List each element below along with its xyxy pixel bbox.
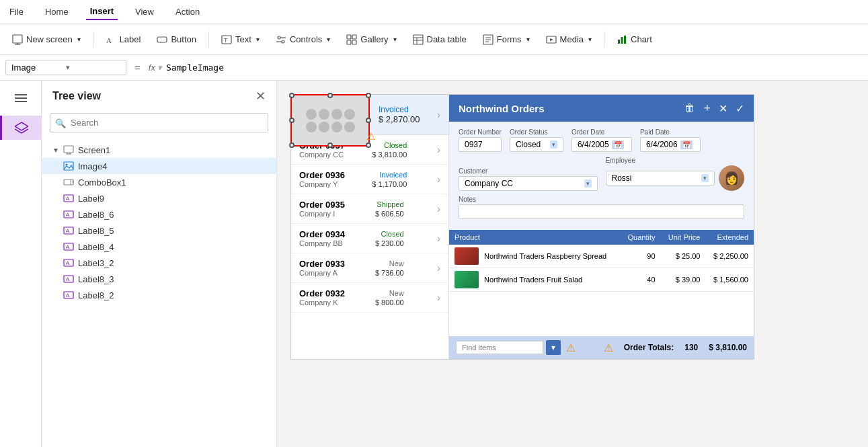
employee-avatar: 👩 — [719, 165, 744, 191]
order-chevron: › — [437, 262, 440, 274]
label-button[interactable]: A Label — [99, 31, 148, 48]
tree-item-label: Label3_2 — [78, 258, 114, 268]
chart-button[interactable]: Chart — [610, 31, 659, 48]
product-img-fruit — [455, 271, 479, 288]
notes-input[interactable] — [459, 204, 744, 219]
order-amount: $ 606.50 — [375, 210, 404, 218]
checker-circle — [319, 122, 329, 132]
detail-add-button[interactable]: + — [703, 101, 711, 116]
handle-mr[interactable] — [366, 118, 371, 123]
field-order-number: Order Number 0937 — [459, 128, 502, 152]
order-date-input[interactable]: 6/4/2005 📅 — [571, 137, 632, 152]
svg-rect-26 — [621, 37, 623, 44]
handle-ml[interactable] — [289, 118, 294, 123]
tree-item-label8-2[interactable]: A Label8_2 — [42, 287, 276, 303]
label-tree-icon: A — [63, 257, 74, 268]
field-notes: Notes — [459, 196, 744, 219]
tree-item-label9[interactable]: A Label9 — [42, 190, 276, 206]
menu-view[interactable]: View — [131, 4, 158, 19]
order-num: Order 0934 — [299, 229, 345, 239]
tree-item-label: Screen1 — [78, 145, 110, 155]
find-items-input[interactable] — [456, 341, 543, 354]
menu-action[interactable]: Action — [171, 4, 204, 19]
field-employee: Employee Rossi ▾ 👩 — [606, 157, 745, 191]
toolbar-divider-3 — [604, 32, 604, 48]
forms-button[interactable]: Forms ▾ — [476, 31, 537, 48]
order-row-0935[interactable]: Order 0935Company I Shipped $ 606.50 › — [291, 194, 448, 224]
tree-search-input[interactable] — [50, 113, 268, 132]
media-icon — [546, 34, 557, 45]
media-button[interactable]: Media ▾ — [539, 31, 598, 48]
checker-circle — [331, 109, 342, 120]
paid-date-label: Paid Date — [640, 128, 701, 136]
handle-bm[interactable] — [327, 143, 333, 148]
employee-dropdown[interactable]: Rossi ▾ — [606, 171, 715, 186]
label-icon: A — [106, 34, 116, 45]
employee-row: Rossi ▾ 👩 — [606, 165, 745, 191]
tree-item-screen1[interactable]: ▼ Screen1 — [42, 142, 276, 158]
image4-selected[interactable] — [290, 94, 370, 147]
tree-close-button[interactable]: ✕ — [255, 89, 266, 104]
label-tree-icon: A — [63, 225, 74, 236]
handle-bl[interactable] — [289, 143, 294, 148]
text-icon: T — [221, 34, 232, 45]
tree-item-combobox1[interactable]: ▾ ComboBox1 — [42, 174, 276, 190]
sidebar-menu-icon[interactable] — [9, 86, 33, 110]
formula-name-dropdown[interactable]: Image ▾ — [5, 60, 126, 75]
tree-item-label8-4[interactable]: A Label8_4 — [42, 239, 276, 255]
order-num: Order 0933 — [299, 259, 345, 269]
tree-item-label8-3[interactable]: A Label8_3 — [42, 271, 276, 287]
order-num: Order 0932 — [299, 288, 345, 298]
order-row-0933[interactable]: Order 0933Company A New $ 736.00 › — [291, 253, 448, 283]
handle-tl[interactable] — [289, 93, 294, 98]
product-row-0: Northwind Traders Raspberry Spread 90 $ … — [449, 245, 754, 268]
company-name: Company K — [299, 298, 345, 307]
paid-date-input[interactable]: 6/4/2006 📅 — [640, 137, 701, 152]
new-screen-button[interactable]: New screen ▾ — [5, 31, 87, 48]
detail-close-button[interactable]: ✕ — [719, 102, 727, 115]
button-button[interactable]: Button — [150, 31, 203, 48]
company-name: Company I — [299, 210, 345, 218]
gallery-button[interactable]: Gallery ▾ — [340, 31, 403, 48]
company-name: Company A — [299, 269, 345, 277]
toolbar-divider-1 — [93, 32, 93, 48]
detail-check-button[interactable]: ✓ — [736, 102, 744, 115]
order-status-dropdown[interactable]: Closed ▾ — [510, 137, 563, 152]
find-items-area: ▾ ⚠ — [456, 340, 576, 355]
order-chevron: › — [437, 292, 440, 304]
tree-item-label8-6[interactable]: A Label8_6 — [42, 206, 276, 222]
product-table: Product Quantity Unit Price Extended — [449, 230, 754, 292]
formula-name-chevron: ▾ — [66, 63, 120, 72]
checker-circle — [344, 109, 355, 120]
controls-button[interactable]: Controls ▾ — [269, 31, 337, 48]
tree-item-label8-5[interactable]: A Label8_5 — [42, 222, 276, 239]
tree-item-image4[interactable]: Image4 — [42, 158, 276, 174]
handle-br[interactable] — [366, 143, 371, 148]
handle-tm[interactable] — [327, 93, 333, 98]
order-number-value[interactable]: 0937 — [459, 137, 502, 152]
order-row-0934[interactable]: Order 0934Company BB Closed $ 230.00 › — [291, 224, 448, 253]
order-chevron: › — [437, 173, 440, 186]
find-warning-icon: ⚠ — [566, 341, 576, 354]
col-qty: Quantity — [621, 230, 661, 245]
find-items-chevron[interactable]: ▾ — [546, 340, 561, 355]
sidebar-layers-icon[interactable] — [0, 116, 41, 140]
menu-file[interactable]: File — [5, 4, 28, 19]
tree-item-label3-2[interactable]: A Label3_2 — [42, 255, 276, 271]
data-table-button[interactable]: Data table — [406, 31, 473, 48]
customer-dropdown[interactable]: Company CC ▾ — [459, 176, 598, 191]
order-chevron: › — [437, 203, 440, 215]
tree-search: 🔍 — [50, 113, 268, 132]
order-status: New — [389, 259, 404, 268]
handle-tr[interactable] — [366, 93, 371, 98]
order-row-0932[interactable]: Order 0932Company K New $ 800.00 › — [291, 283, 448, 313]
svg-rect-11 — [347, 35, 351, 39]
tree-panel: Tree view ✕ 🔍 ▼ Screen1 Image4 ▾ ComboBo… — [42, 81, 277, 447]
checker-circle — [331, 122, 342, 132]
svg-point-39 — [66, 164, 68, 166]
text-button[interactable]: T Text ▾ — [214, 31, 266, 48]
order-row-0936[interactable]: Order 0936Company Y Invoiced $ 1,170.00 … — [291, 165, 448, 194]
menu-home[interactable]: Home — [41, 4, 73, 19]
detail-delete-button[interactable]: 🗑 — [684, 102, 695, 114]
menu-insert[interactable]: Insert — [86, 3, 118, 20]
